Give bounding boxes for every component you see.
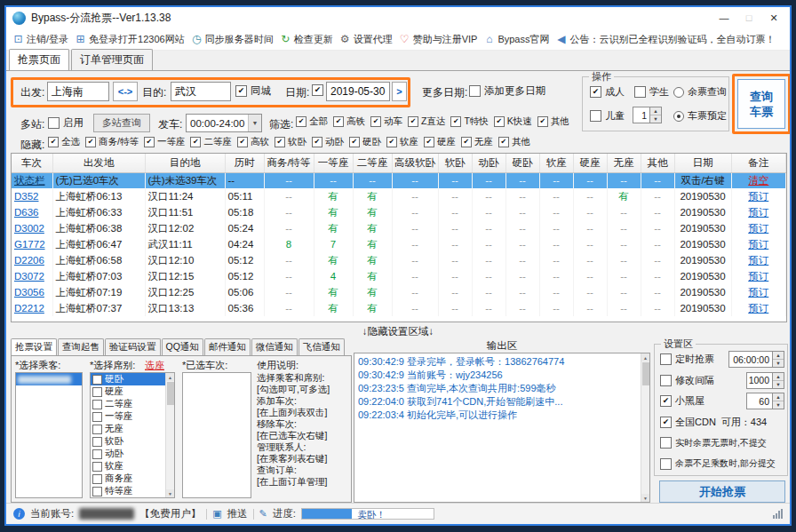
menu-item-announcement[interactable]: ◀公告：云识别已全程识别验证码，全自动订票！: [555, 33, 775, 46]
bottom-tab-4[interactable]: 邮件通知: [204, 338, 251, 355]
train-type-checkbox-5[interactable]: ✔K快速: [494, 115, 532, 128]
menu-item-sync-server-time[interactable]: ◷同步服务器时间: [191, 33, 274, 46]
menu-item-sponsor-vip[interactable]: ♡赞助与注册VIP: [399, 33, 478, 46]
bottom-tab-1[interactable]: 查询起售: [58, 338, 104, 355]
swap-stations-button[interactable]: <->: [113, 82, 138, 101]
seat-option-6[interactable]: 动卧: [91, 448, 165, 460]
bottom-tab-5[interactable]: 微信通知: [251, 338, 298, 355]
hide-seat-checkbox-3[interactable]: ✔二等座: [190, 136, 232, 148]
train-row[interactable]: D636上海虹桥06:33汉口11:5105:18--有有-----------…: [12, 204, 786, 220]
train-cell[interactable]: D2206: [12, 252, 52, 268]
scroll-down-icon[interactable]: ▼: [166, 489, 174, 497]
train-row[interactable]: D3056上海虹桥07:19汉口12:2505:06--有有----------…: [12, 284, 786, 300]
spinner-up-icon[interactable]: ▲: [773, 373, 784, 380]
seat-option-2[interactable]: 二等座: [91, 398, 165, 410]
action-link[interactable]: 预订: [748, 239, 768, 250]
train-row[interactable]: D352上海虹桥06:13汉口11:2405:11--有有-----------…: [12, 188, 786, 204]
spinner-down-icon[interactable]: ▼: [773, 380, 784, 388]
push-label[interactable]: 推送: [227, 507, 248, 520]
menu-item-check-update[interactable]: ↻检查更新: [280, 33, 333, 46]
bottom-tab-2[interactable]: 验证码设置: [105, 338, 161, 355]
train-link[interactable]: D2206: [14, 255, 44, 266]
minimize-button[interactable]: —: [714, 10, 734, 26]
action-link[interactable]: 预订: [748, 303, 768, 314]
menu-item-proxy-settings[interactable]: ⚙设置代理: [339, 33, 393, 46]
action-link[interactable]: 预订: [748, 207, 768, 218]
column-header[interactable]: 硬座: [573, 154, 607, 172]
seat-option-0[interactable]: 硬卧: [91, 373, 165, 385]
start-grab-button[interactable]: 开始抢票: [659, 480, 785, 503]
maximize-button[interactable]: □: [739, 10, 759, 26]
seat-class-list[interactable]: 硬卧硬座二等座一等座无座软卧动卧软座商务座特等座 ▲ ▼: [90, 372, 175, 498]
action-link[interactable]: 清空: [748, 175, 768, 186]
depart-time-select[interactable]: 00:00-24:00 ▼: [186, 114, 262, 132]
train-link[interactable]: D2212: [14, 303, 44, 314]
train-cell[interactable]: G1772: [12, 236, 52, 252]
column-header[interactable]: 硬卧: [505, 154, 539, 172]
scroll-up-icon[interactable]: ▲: [166, 373, 174, 381]
train-row[interactable]: D2212上海虹桥07:37汉口13:1305:36--有有----------…: [12, 300, 786, 316]
action-link[interactable]: 预订: [748, 255, 768, 266]
from-station-input[interactable]: 上海南: [47, 82, 109, 101]
bottom-tab-3[interactable]: QQ通知: [162, 338, 203, 355]
train-cell[interactable]: D3072: [12, 268, 52, 284]
page-tab-0[interactable]: 抢票页面: [9, 49, 69, 70]
scroll-up-icon[interactable]: ▲: [641, 353, 649, 361]
column-header[interactable]: 一等座: [314, 154, 353, 172]
book-ticket-radio[interactable]: 车票预定: [673, 109, 727, 123]
action-cell[interactable]: 预订: [731, 220, 786, 236]
child-checkbox[interactable]: 儿童: [590, 109, 625, 123]
column-header[interactable]: 二等座: [353, 154, 392, 172]
action-cell[interactable]: 清空: [731, 172, 786, 188]
seat-option-3[interactable]: 一等座: [91, 410, 165, 423]
query-tickets-button[interactable]: 查询车票: [737, 79, 785, 129]
action-cell[interactable]: 预订: [731, 300, 786, 316]
train-link[interactable]: D3002: [14, 223, 44, 234]
train-row[interactable]: D3072上海虹桥07:03汉口12:1505:12--4有----------…: [12, 268, 786, 284]
train-link[interactable]: 状态栏: [14, 175, 45, 186]
action-link[interactable]: 预订: [748, 287, 768, 298]
date-checkbox[interactable]: ✔: [312, 84, 323, 96]
adult-checkbox[interactable]: ✔成人: [590, 85, 625, 99]
hide-seat-checkbox-0[interactable]: ✔全选: [48, 136, 80, 148]
train-cell[interactable]: D2212: [12, 300, 52, 316]
train-type-checkbox-1[interactable]: ✔高铁: [333, 115, 365, 128]
child-count-spinner[interactable]: 1▲▼: [633, 107, 662, 123]
train-row[interactable]: D3002上海虹桥06:38汉口12:0205:24--有有----------…: [12, 220, 786, 236]
hide-seat-checkbox-4[interactable]: ✔高软: [237, 136, 269, 148]
action-link[interactable]: 预订: [748, 191, 768, 202]
hide-seat-checkbox-11[interactable]: ✔其他: [498, 136, 530, 148]
spinner-down-icon[interactable]: ▼: [650, 115, 661, 123]
column-header[interactable]: 目的地: [145, 154, 225, 172]
column-header[interactable]: 高级软卧: [392, 154, 438, 172]
selected-trains-list[interactable]: [182, 372, 251, 498]
scroll-thumb[interactable]: [642, 362, 649, 385]
seat-list-scrollbar[interactable]: ▲ ▼: [165, 373, 174, 497]
spinner-up-icon[interactable]: ▲: [773, 393, 784, 401]
status-row[interactable]: 状态栏(无)已选0车次(共)未选39车次--------------------…: [12, 172, 786, 188]
column-header[interactable]: 备注: [731, 154, 786, 172]
seat-option-5[interactable]: 软卧: [91, 435, 165, 448]
menu-item-open-12306[interactable]: ⊞免登录打开12306网站: [75, 33, 185, 46]
seat-option-1[interactable]: 硬座: [91, 385, 165, 398]
multi-station-query-button[interactable]: 多站查询: [93, 114, 150, 132]
train-cell[interactable]: D3002: [12, 220, 52, 236]
column-header[interactable]: 车次: [12, 154, 52, 172]
column-header[interactable]: 其他: [641, 154, 674, 172]
train-type-checkbox-3[interactable]: ✔Z直达: [408, 115, 445, 128]
choose-seat-link[interactable]: 选座: [145, 359, 164, 372]
action-link[interactable]: 预订: [748, 271, 768, 282]
train-type-checkbox-0[interactable]: ✔全部: [296, 115, 328, 128]
column-header[interactable]: 软卧: [438, 154, 472, 172]
checkbox-box[interactable]: [660, 458, 672, 470]
selected-passenger-item[interactable]: [16, 373, 82, 385]
hide-seat-checkbox-9[interactable]: ✔硬座: [424, 136, 456, 148]
menu-item-logout-login[interactable]: ⊡注销/登录: [12, 33, 68, 46]
output-scrollbar[interactable]: ▲ ▼: [641, 353, 649, 502]
checkbox-box[interactable]: [660, 353, 672, 365]
query-remaining-radio[interactable]: 余票查询: [673, 85, 727, 99]
hide-seat-checkbox-10[interactable]: ✔无座: [461, 136, 493, 148]
checkbox-box[interactable]: ✔: [660, 395, 672, 407]
seat-option-8[interactable]: 商务座: [91, 472, 165, 485]
output-area[interactable]: 09:30:42:9 登录完毕，登录帐号：13862764774 09:30:4…: [354, 353, 650, 503]
